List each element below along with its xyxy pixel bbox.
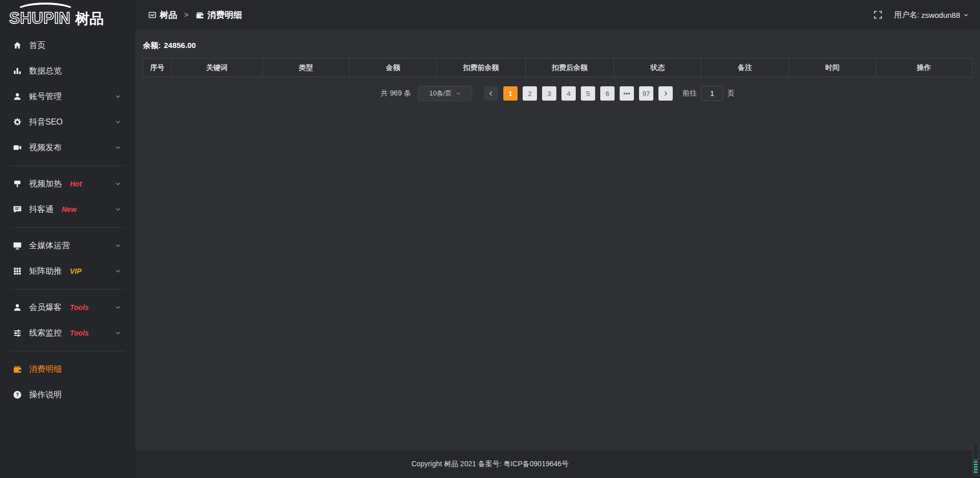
chevron-left-icon	[488, 90, 494, 97]
column-header-类型: 类型	[262, 59, 350, 77]
sidebar-item-消费明细[interactable]: 消费明细	[0, 356, 135, 382]
page-buttons: 123456•••97	[501, 86, 656, 101]
sidebar-item-会员爆客[interactable]: 会员爆客Tools	[0, 295, 135, 320]
page-button-2[interactable]: 2	[523, 86, 537, 101]
sidebar-item-tag: VIP	[70, 267, 82, 275]
main-content: 余额:24856.00 序号关键词类型金额扣费前余额扣费后余额状态备注时间操作 …	[135, 30, 980, 449]
page-size-select[interactable]: 10条/页	[418, 86, 472, 101]
sidebar-divider	[10, 289, 125, 290]
question-icon: ?	[13, 390, 22, 399]
logo-arc-decoration	[15, 3, 76, 20]
breadcrumb-item-home[interactable]: 树品	[160, 9, 177, 21]
table-header-row: 序号关键词类型金额扣费前余额扣费后余额状态备注时间操作	[143, 59, 972, 77]
sidebar-item-视频加热[interactable]: 视频加热Hot	[0, 171, 135, 197]
column-header-金额: 金额	[350, 59, 437, 77]
sidebar-item-全媒体运营[interactable]: 全媒体运营	[0, 233, 135, 258]
topbar: 树品 > 消费明细 用户名: zswodun88	[135, 0, 980, 30]
username-label: 用户名:	[894, 10, 919, 20]
user-icon	[13, 92, 22, 101]
home-icon	[13, 41, 22, 50]
sidebar-item-label: 矩阵助推	[29, 266, 62, 277]
sidebar-item-label: 视频发布	[29, 142, 62, 153]
chevron-down-icon	[115, 268, 121, 274]
sidebar-item-label: 消费明细	[29, 364, 62, 375]
app-logo: SHUPIN 树品	[0, 0, 135, 33]
sliders-icon	[13, 328, 22, 338]
sidebar-item-账号管理[interactable]: 账号管理	[0, 84, 135, 109]
column-header-关键词: 关键词	[172, 59, 263, 77]
chevron-down-icon	[115, 330, 121, 336]
pagination: 共 969 条 10条/页 123456•••97 前往 页	[143, 86, 972, 101]
sidebar-divider	[10, 351, 125, 351]
column-header-扣费后余额: 扣费后余额	[525, 59, 614, 77]
prev-page-button[interactable]	[484, 86, 498, 101]
sidebar-item-label: 视频加热	[29, 179, 62, 189]
wallet-icon	[13, 365, 22, 374]
corner-widget[interactable]	[972, 443, 979, 475]
sidebar-item-label: 抖音SEO	[29, 117, 63, 128]
goto-page-input[interactable]	[701, 86, 723, 101]
comment-icon	[13, 205, 22, 214]
svg-text:?: ?	[16, 392, 19, 398]
sidebar-item-视频发布[interactable]: 视频发布	[0, 135, 135, 160]
sidebar-item-label: 账号管理	[29, 91, 62, 102]
page-button-4[interactable]: 4	[561, 86, 576, 101]
sidebar-item-数据总览[interactable]: 数据总览	[0, 58, 135, 84]
balance-value: 24856.00	[164, 41, 196, 50]
page-size-value: 10条/页	[429, 89, 452, 98]
username-value: zswodun88	[921, 11, 960, 19]
chevron-down-icon	[115, 119, 121, 125]
pagination-total: 共 969 条	[381, 89, 411, 98]
sidebar-item-抖音SEO[interactable]: 抖音SEO	[0, 109, 135, 135]
breadcrumb-item-current: 消费明细	[207, 9, 242, 21]
sidebar-divider	[10, 227, 125, 228]
chevron-down-icon	[115, 181, 121, 187]
fullscreen-icon[interactable]	[873, 10, 883, 20]
sidebar: SHUPIN 树品 首页数据总览账号管理抖音SEO视频发布视频加热Hot抖客通N…	[0, 0, 135, 478]
chevron-down-icon	[115, 206, 121, 212]
chevron-down-icon	[115, 93, 121, 100]
chevron-down-icon	[115, 145, 121, 151]
sidebar-item-矩阵助推[interactable]: 矩阵助推VIP	[0, 258, 135, 284]
bar-chart-icon	[13, 66, 22, 76]
balance: 余额:24856.00	[143, 41, 972, 51]
chevron-down-icon	[115, 304, 121, 310]
balance-label: 余额:	[143, 41, 161, 50]
sidebar-item-tag: Tools	[70, 329, 89, 337]
page-ellipsis-button[interactable]: •••	[620, 86, 634, 101]
sidebar-item-label: 会员爆客	[29, 302, 62, 313]
heat-icon	[13, 179, 22, 188]
sidebar-item-label: 操作说明	[29, 390, 62, 400]
page-button-6[interactable]: 6	[600, 86, 615, 101]
sidebar-item-label: 线索监控	[29, 328, 62, 339]
column-header-扣费前余额: 扣费前余额	[436, 59, 525, 77]
logo-text-cn: 树品	[76, 11, 104, 27]
page-button-5[interactable]: 5	[581, 86, 595, 101]
sidebar-item-tag: Tools	[70, 303, 89, 312]
chevron-down-icon	[456, 91, 461, 96]
next-page-button[interactable]	[658, 86, 673, 101]
sidebar-item-label: 首页	[29, 40, 45, 51]
sidebar-item-首页[interactable]: 首页	[0, 33, 135, 58]
screen-icon	[148, 11, 157, 19]
goto-page: 前往 页	[682, 86, 734, 101]
sidebar-item-操作说明[interactable]: ?操作说明	[0, 382, 135, 408]
page-button-1[interactable]: 1	[503, 86, 518, 101]
gear-icon	[13, 117, 22, 127]
goto-label: 前往	[682, 89, 697, 98]
sidebar-divider	[10, 165, 125, 166]
sidebar-item-线索监控[interactable]: 线索监控Tools	[0, 320, 135, 346]
sidebar-nav: 首页数据总览账号管理抖音SEO视频发布视频加热Hot抖客通New全媒体运营矩阵助…	[0, 33, 135, 408]
page-button-3[interactable]: 3	[542, 86, 556, 101]
column-header-时间: 时间	[789, 59, 876, 77]
copyright-text: Copyright 树品 2021 备案号: 粤ICP备09019646号	[411, 460, 569, 469]
user-menu[interactable]: 用户名: zswodun88	[894, 10, 969, 20]
grid-icon	[13, 267, 22, 276]
breadcrumb-separator: >	[184, 11, 188, 19]
sidebar-item-抖客通[interactable]: 抖客通New	[0, 197, 135, 222]
video-icon	[13, 143, 22, 152]
wallet-icon	[195, 11, 204, 19]
member-icon	[13, 303, 22, 312]
page-button-97[interactable]: 97	[639, 86, 653, 101]
breadcrumb: 树品 > 消费明细	[148, 9, 242, 21]
